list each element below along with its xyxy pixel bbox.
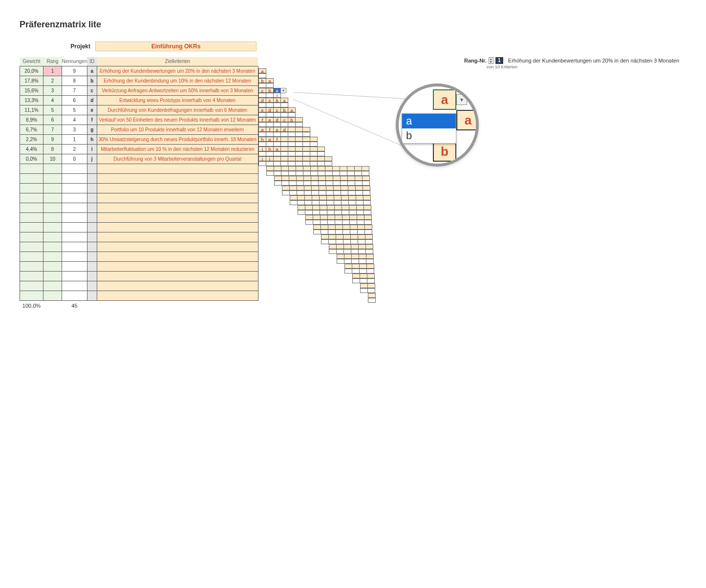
- matrix-cell[interactable]: [305, 215, 313, 220]
- matrix-cell-lower[interactable]: [365, 249, 373, 254]
- matrix-cell-lower[interactable]: [364, 230, 372, 234]
- matrix-cell[interactable]: d: [280, 127, 288, 132]
- matrix-cell[interactable]: [348, 186, 356, 190]
- matrix-cell[interactable]: [325, 176, 333, 181]
- matrix-cell-lower[interactable]: [266, 112, 274, 117]
- matrix-cell-lower[interactable]: [336, 239, 343, 244]
- matrix-cell[interactable]: [295, 147, 303, 151]
- matrix-cell-lower[interactable]: [344, 259, 352, 264]
- matrix-cell-lower[interactable]: [359, 269, 367, 273]
- matrix-cell-lower[interactable]: [325, 171, 333, 176]
- rank-spinner[interactable]: ▲ ▼: [489, 57, 493, 64]
- matrix-cell-lower[interactable]: [258, 93, 266, 98]
- mag-dropdown-btn[interactable]: ▼: [456, 94, 467, 105]
- matrix-cell[interactable]: [365, 234, 373, 239]
- matrix-cell[interactable]: h: [266, 147, 274, 151]
- matrix-cell-lower[interactable]: [320, 220, 328, 225]
- matrix-cell-lower[interactable]: [341, 190, 348, 195]
- matrix-cell-lower[interactable]: [342, 230, 350, 234]
- matrix-cell[interactable]: [305, 205, 313, 210]
- matrix-cell-lower[interactable]: [366, 269, 374, 273]
- matrix-cell[interactable]: [304, 186, 312, 190]
- matrix-cell-lower[interactable]: [325, 181, 333, 186]
- matrix-cell-lower[interactable]: [348, 200, 356, 205]
- matrix-cell[interactable]: [364, 215, 372, 220]
- matrix-cell[interactable]: [266, 166, 274, 171]
- matrix-cell[interactable]: [280, 137, 288, 142]
- matrix-cell-lower[interactable]: [310, 171, 318, 176]
- matrix-cell-lower[interactable]: [328, 230, 336, 234]
- matrix-cell[interactable]: [320, 215, 328, 220]
- matrix-cell[interactable]: [320, 205, 327, 210]
- matrix-cell[interactable]: [334, 205, 342, 210]
- mag-option-a[interactable]: a: [402, 114, 456, 128]
- matrix-cell[interactable]: [365, 244, 373, 249]
- matrix-cell-lower[interactable]: [305, 220, 313, 225]
- matrix-cell[interactable]: [274, 176, 282, 181]
- matrix-cell-lower[interactable]: [341, 200, 349, 205]
- matrix-cell-lower[interactable]: [350, 239, 358, 244]
- matrix-cell[interactable]: [318, 166, 325, 171]
- matrix-cell[interactable]: f: [258, 117, 266, 122]
- matrix-cell-lower[interactable]: [258, 112, 266, 117]
- matrix-cell[interactable]: [318, 176, 326, 181]
- matrix-cell-lower[interactable]: [318, 181, 326, 186]
- matrix-cell-lower[interactable]: [266, 83, 274, 88]
- matrix-cell[interactable]: [356, 195, 364, 200]
- matrix-cell-lower[interactable]: [348, 190, 356, 195]
- cell-zielkriterium[interactable]: Durchführung von Kundenbefragungen inner…: [97, 105, 258, 115]
- matrix-cell-lower[interactable]: [288, 132, 296, 137]
- matrix-cell[interactable]: [355, 176, 363, 181]
- matrix-cell-lower[interactable]: [324, 161, 332, 166]
- matrix-cell-lower[interactable]: [288, 171, 296, 176]
- matrix-cell-lower[interactable]: [334, 210, 342, 215]
- cell-zielkriterium[interactable]: Erhöhung der Kundenbindung um 10% in den…: [97, 76, 258, 85]
- matrix-cell[interactable]: b: [273, 98, 281, 103]
- matrix-cell-lower[interactable]: [358, 249, 366, 254]
- matrix-cell-lower[interactable]: [258, 132, 266, 137]
- matrix-cell-lower[interactable]: [366, 259, 374, 264]
- matrix-cell[interactable]: [357, 215, 364, 220]
- matrix-cell[interactable]: [340, 176, 348, 181]
- matrix-cell[interactable]: [274, 166, 281, 171]
- matrix-cell[interactable]: [349, 215, 357, 220]
- matrix-cell-lower[interactable]: [273, 161, 281, 166]
- matrix-cell[interactable]: [297, 195, 305, 200]
- matrix-cell-lower[interactable]: [351, 259, 359, 264]
- matrix-cell-lower[interactable]: [302, 132, 310, 137]
- matrix-cell[interactable]: [366, 254, 374, 259]
- matrix-cell-lower[interactable]: [336, 249, 344, 254]
- matrix-cell-lower[interactable]: [258, 122, 266, 127]
- matrix-cell[interactable]: [350, 234, 358, 239]
- matrix-cell[interactable]: [319, 186, 326, 190]
- matrix-cell[interactable]: [319, 195, 327, 200]
- matrix-cell-lower[interactable]: [266, 171, 274, 176]
- matrix-cell-lower[interactable]: [326, 190, 334, 195]
- matrix-cell[interactable]: [310, 166, 318, 171]
- matrix-cell[interactable]: [360, 283, 368, 288]
- matrix-cell[interactable]: j: [258, 156, 266, 161]
- matrix-cell[interactable]: g: [258, 127, 266, 132]
- matrix-cell[interactable]: [288, 166, 296, 171]
- matrix-cell[interactable]: d: [273, 117, 281, 122]
- matrix-cell[interactable]: [303, 176, 311, 181]
- matrix-cell-lower[interactable]: [320, 210, 327, 215]
- matrix-cell[interactable]: [312, 205, 320, 210]
- matrix-cell-lower[interactable]: [355, 181, 363, 186]
- matrix-cell[interactable]: [281, 166, 289, 171]
- matrix-cell-lower[interactable]: [340, 181, 348, 186]
- matrix-cell-lower[interactable]: [288, 122, 296, 127]
- matrix-cell[interactable]: d: [266, 107, 274, 112]
- matrix-cell[interactable]: [347, 166, 355, 171]
- matrix-cell-lower[interactable]: [334, 200, 342, 205]
- matrix-cell-lower[interactable]: [258, 103, 266, 107]
- matrix-cell[interactable]: [310, 156, 318, 161]
- matrix-cell[interactable]: a: [258, 68, 266, 73]
- matrix-cell[interactable]: [343, 244, 351, 249]
- matrix-cell-lower[interactable]: [297, 190, 304, 195]
- matrix-cell[interactable]: [332, 166, 340, 171]
- matrix-cell[interactable]: [317, 156, 325, 161]
- matrix-cell-lower[interactable]: [310, 142, 318, 147]
- matrix-cell-lower[interactable]: [280, 161, 288, 166]
- matrix-cell[interactable]: [363, 195, 371, 200]
